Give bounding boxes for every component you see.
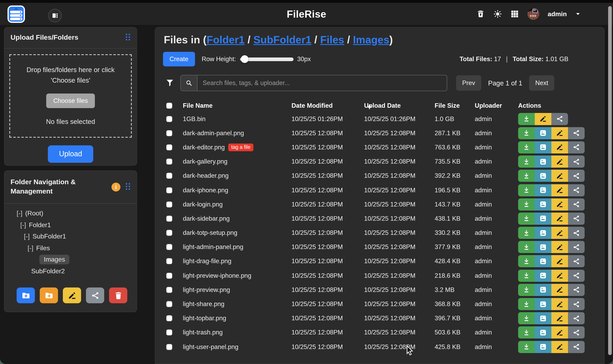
file-row[interactable]: dark-sidebar.png10/25/25 12:08PM10/25/25… bbox=[155, 212, 604, 226]
share-button[interactable] bbox=[568, 156, 585, 168]
preview-button[interactable] bbox=[535, 170, 551, 182]
breadcrumb-link-files[interactable]: Files bbox=[320, 34, 344, 46]
edit-button[interactable] bbox=[551, 341, 568, 353]
file-name[interactable]: dark-gallery.png bbox=[183, 158, 227, 165]
edit-button[interactable] bbox=[551, 170, 568, 182]
download-button[interactable] bbox=[518, 298, 535, 310]
share-button[interactable] bbox=[551, 113, 568, 125]
edit-button[interactable] bbox=[551, 312, 568, 324]
preview-button[interactable] bbox=[535, 127, 551, 139]
edit-button[interactable] bbox=[551, 227, 568, 239]
edit-button[interactable] bbox=[551, 255, 568, 267]
file-name[interactable]: light-user-panel.png bbox=[183, 343, 238, 351]
edit-button[interactable] bbox=[551, 156, 568, 168]
preview-button[interactable] bbox=[535, 241, 551, 253]
tree-collapse-icon[interactable]: [-] bbox=[28, 245, 33, 252]
share-button[interactable] bbox=[568, 298, 585, 310]
row-checkbox[interactable] bbox=[166, 173, 172, 179]
preview-button[interactable] bbox=[535, 184, 551, 196]
row-checkbox[interactable] bbox=[166, 116, 172, 122]
file-name[interactable]: dark-editor.pngtag a file bbox=[183, 143, 253, 151]
preview-button[interactable] bbox=[535, 141, 551, 154]
folder-tree-item-subfolder2[interactable]: SubFolder2 bbox=[4, 265, 137, 277]
row-checkbox[interactable] bbox=[166, 201, 172, 207]
file-name[interactable]: light-share.png bbox=[183, 300, 224, 308]
share-button[interactable] bbox=[568, 326, 585, 339]
drag-handle-icon[interactable] bbox=[125, 182, 131, 192]
edit-button[interactable] bbox=[551, 184, 568, 196]
share-button[interactable] bbox=[568, 127, 585, 139]
apps-grid-icon[interactable] bbox=[510, 10, 519, 18]
share-button[interactable] bbox=[568, 141, 585, 154]
preview-button[interactable] bbox=[535, 156, 551, 168]
light-mode-sun-icon[interactable] bbox=[493, 10, 502, 18]
share-button[interactable] bbox=[568, 241, 585, 253]
preview-button[interactable] bbox=[535, 198, 551, 210]
prev-page-button[interactable]: Prev bbox=[456, 75, 481, 91]
preview-button[interactable] bbox=[535, 213, 551, 225]
file-row[interactable]: dark-totp-setup.png10/25/25 12:08PM10/25… bbox=[155, 226, 604, 240]
edit-button[interactable] bbox=[535, 113, 551, 125]
drag-handle-icon[interactable] bbox=[125, 33, 131, 42]
select-all-checkbox[interactable] bbox=[166, 103, 172, 109]
file-row[interactable]: dark-login.png10/25/25 12:08PM10/25/25 1… bbox=[155, 197, 604, 211]
info-icon[interactable]: i bbox=[111, 182, 120, 192]
file-name[interactable]: dark-totp-setup.png bbox=[183, 229, 237, 236]
row-height-slider[interactable] bbox=[240, 57, 293, 61]
breadcrumb-link-subfolder1[interactable]: SubFolder1 bbox=[253, 34, 311, 46]
share-button[interactable] bbox=[568, 213, 585, 225]
file-name[interactable]: light-admin-panel.png bbox=[183, 244, 243, 251]
file-row[interactable]: light-admin-panel.png10/25/25 12:08PM10/… bbox=[155, 240, 604, 254]
share-button[interactable] bbox=[568, 255, 585, 267]
share-button[interactable] bbox=[568, 198, 585, 210]
filerise-logo-icon[interactable] bbox=[7, 5, 25, 23]
row-checkbox[interactable] bbox=[166, 330, 172, 336]
edit-button[interactable] bbox=[551, 213, 568, 225]
row-checkbox[interactable] bbox=[166, 144, 172, 150]
file-row[interactable]: light-topbar.png10/25/25 12:08PM10/25/25… bbox=[155, 311, 604, 325]
tree-collapse-icon[interactable]: [-] bbox=[24, 233, 30, 240]
caret-down-icon[interactable] bbox=[575, 11, 581, 17]
delete-folder-button[interactable] bbox=[109, 287, 127, 303]
preview-button[interactable] bbox=[535, 312, 551, 324]
share-button[interactable] bbox=[568, 170, 585, 182]
download-button[interactable] bbox=[518, 255, 535, 267]
slider-thumb[interactable] bbox=[241, 55, 249, 63]
file-name[interactable]: light-preview.png bbox=[183, 286, 230, 294]
download-button[interactable] bbox=[518, 312, 535, 324]
row-checkbox[interactable] bbox=[166, 158, 172, 165]
column-date-modified[interactable]: Date Modified bbox=[292, 102, 333, 109]
file-row[interactable]: dark-admin-panel.png10/25/25 12:08PM10/2… bbox=[155, 126, 604, 140]
column-file-name[interactable]: File Name bbox=[183, 102, 212, 109]
file-dropzone[interactable]: Drop files/folders here or click 'Choose… bbox=[9, 54, 132, 138]
rename-folder-button[interactable] bbox=[63, 287, 81, 303]
edit-button[interactable] bbox=[551, 326, 568, 339]
file-name[interactable]: light-drag-file.png bbox=[183, 258, 232, 265]
download-button[interactable] bbox=[518, 270, 535, 282]
file-row[interactable]: light-preview.png10/25/25 12:08PM10/25/2… bbox=[155, 283, 604, 297]
share-button[interactable] bbox=[568, 270, 585, 282]
row-checkbox[interactable] bbox=[166, 187, 172, 193]
download-button[interactable] bbox=[518, 113, 535, 125]
file-name[interactable]: light-topbar.png bbox=[183, 315, 226, 322]
file-name[interactable]: light-trash.png bbox=[183, 329, 223, 336]
next-page-button[interactable]: Next bbox=[529, 75, 554, 91]
row-checkbox[interactable] bbox=[166, 230, 172, 236]
download-button[interactable] bbox=[518, 326, 535, 339]
breadcrumb-link-images[interactable]: Images bbox=[353, 34, 389, 46]
choose-files-button[interactable]: Choose files bbox=[46, 93, 95, 108]
row-checkbox[interactable] bbox=[166, 216, 172, 222]
row-checkbox[interactable] bbox=[166, 273, 172, 279]
download-button[interactable] bbox=[518, 284, 535, 296]
preview-button[interactable] bbox=[535, 270, 551, 282]
download-button[interactable] bbox=[518, 141, 535, 154]
breadcrumb-link-folder1[interactable]: Folder1 bbox=[207, 34, 245, 46]
file-row[interactable]: light-trash.png10/25/25 12:08PM10/25/25 … bbox=[155, 325, 604, 340]
file-name[interactable]: dark-admin-panel.png bbox=[183, 130, 244, 137]
tree-collapse-icon[interactable]: [-] bbox=[17, 210, 22, 217]
edit-button[interactable] bbox=[551, 127, 568, 139]
folder-tree-item-files[interactable]: [-]Files bbox=[4, 242, 137, 254]
folder-tree-item-subfolder1[interactable]: [-]SubFolder1 bbox=[4, 231, 137, 242]
preview-button[interactable] bbox=[535, 341, 551, 353]
download-button[interactable] bbox=[518, 156, 535, 168]
